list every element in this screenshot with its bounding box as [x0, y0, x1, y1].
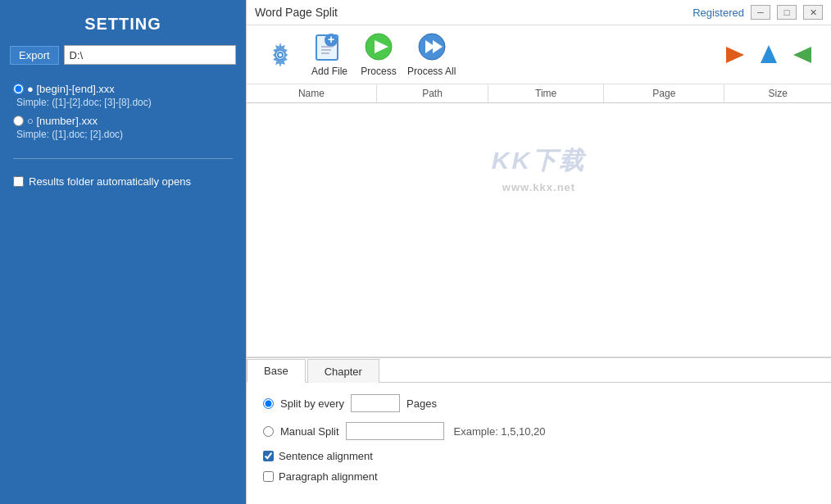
title-bar-right: Registered ─ □ ✕ — [692, 5, 823, 20]
sidebar-divider — [13, 158, 233, 159]
watermark-url: www.kkx.net — [502, 181, 575, 193]
process-all-tool[interactable]: Process All — [407, 32, 456, 77]
process-all-label: Process All — [407, 66, 456, 77]
naming-option1-label: ● [begin]-[end].xxx — [27, 83, 115, 95]
close-button[interactable]: ✕ — [803, 5, 823, 20]
watermark-area: KK下载 www.kkx.net — [247, 103, 831, 234]
toolbar: + Add File Process — [247, 25, 831, 84]
play-up-button[interactable] — [754, 40, 783, 70]
watermark-text: KK下载 — [492, 144, 586, 178]
minimize-button[interactable]: ─ — [751, 5, 770, 20]
add-file-tool[interactable]: + Add File — [309, 32, 350, 77]
process-label: Process — [361, 66, 396, 77]
manual-split-row: Manual Split Example: 1,5,10,20 — [263, 422, 815, 440]
paragraph-alignment-checkbox[interactable] — [263, 471, 274, 482]
svg-marker-16 — [793, 47, 811, 63]
col-time: Time — [488, 84, 604, 103]
process-all-icon — [416, 32, 448, 64]
split-every-input[interactable] — [351, 394, 400, 412]
auto-open-checkbox[interactable] — [13, 176, 24, 187]
manual-split-label: Manual Split — [280, 425, 339, 438]
col-page: Page — [604, 84, 724, 103]
manual-split-radio[interactable] — [263, 426, 274, 437]
file-table: Name Path Time Page Size KK下载 www.kkx.ne… — [247, 84, 831, 234]
settings-icon — [266, 40, 295, 70]
sidebar-title: SETTING — [0, 0, 246, 45]
sentence-alignment-row: Sentence alignment — [263, 450, 815, 462]
sentence-alignment-label: Sentence alignment — [279, 450, 373, 462]
main-area: Word Page Split Registered ─ □ ✕ — [246, 0, 831, 504]
add-file-icon: + — [313, 32, 346, 64]
app-title: Word Page Split — [255, 6, 338, 19]
naming-option2-sub: Simple: ([1].doc; [2].doc) — [16, 129, 233, 140]
svg-text:+: + — [328, 33, 334, 46]
settings-tool[interactable] — [260, 40, 301, 70]
sentence-alignment-checkbox[interactable] — [263, 451, 274, 461]
naming-option2-label: ○ [number].xxx — [27, 115, 98, 127]
tab-chapter[interactable]: Chapter — [307, 359, 379, 383]
process-icon — [362, 32, 395, 64]
split-every-label: Split by every — [280, 397, 344, 410]
tab-content-base: Split by every Pages Manual Split Exampl… — [247, 383, 831, 504]
title-bar-left: Word Page Split — [255, 6, 338, 19]
manual-split-input[interactable] — [346, 422, 444, 440]
registered-label: Registered — [692, 7, 744, 19]
maximize-button[interactable]: □ — [777, 5, 797, 20]
tab-row: Base Chapter — [247, 358, 831, 383]
naming-option1-sub: Simple: ([1]-[2].doc; [3]-[8].doc) — [16, 97, 233, 108]
naming-option1-row: ● [begin]-[end].xxx — [13, 83, 233, 95]
export-path-input[interactable] — [64, 45, 236, 65]
export-button[interactable]: Export — [10, 46, 59, 65]
col-size: Size — [724, 84, 831, 103]
naming-option2-radio[interactable] — [13, 116, 24, 126]
sidebar: SETTING Export ● [begin]-[end].xxx Simpl… — [0, 0, 246, 504]
svg-marker-15 — [761, 45, 777, 63]
play-left-button[interactable] — [788, 40, 818, 70]
paragraph-alignment-label: Paragraph alignment — [279, 470, 378, 483]
file-table-area: Name Path Time Page Size KK下载 www.kkx.ne… — [247, 84, 831, 357]
example-label: Example: 1,5,10,20 — [454, 425, 546, 438]
naming-option1-section: ● [begin]-[end].xxx Simple: ([1]-[2].doc… — [0, 76, 246, 155]
naming-option2-row: ○ [number].xxx — [13, 115, 233, 127]
col-name: Name — [247, 84, 376, 103]
svg-marker-14 — [726, 47, 744, 63]
col-path: Path — [376, 84, 488, 103]
naming-option1-radio[interactable] — [13, 84, 24, 94]
auto-open-label: Results folder automatically opens — [29, 175, 191, 188]
paragraph-alignment-row: Paragraph alignment — [263, 470, 815, 483]
add-file-label: Add File — [311, 66, 347, 77]
bottom-panel: Base Chapter Split by every Pages Manual… — [247, 357, 831, 504]
tab-base[interactable]: Base — [247, 359, 306, 383]
export-row: Export — [0, 45, 246, 76]
split-every-row: Split by every Pages — [263, 394, 815, 412]
toolbar-right — [720, 40, 818, 70]
auto-open-row: Results folder automatically opens — [0, 167, 246, 196]
process-tool[interactable]: Process — [358, 32, 399, 77]
split-every-radio[interactable] — [263, 398, 274, 409]
play-right-button[interactable] — [720, 40, 749, 70]
title-bar: Word Page Split Registered ─ □ ✕ — [247, 0, 831, 25]
pages-label: Pages — [406, 397, 437, 410]
